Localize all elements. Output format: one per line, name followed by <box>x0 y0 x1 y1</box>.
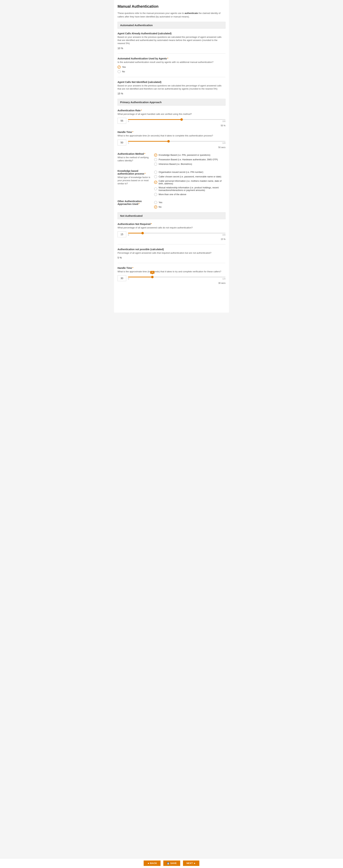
auto-auth-used-desc: Is the automated authentication result u… <box>117 61 226 64</box>
section-automated: Automated Authentication <box>117 22 226 29</box>
auth-not-possible-block: Authentication not possible (calculated)… <box>117 248 226 259</box>
page-title: Manual Authentication <box>117 4 226 9</box>
not-auth-handle-time-value-box: 30 <box>117 275 126 281</box>
auth-rate-track <box>128 119 226 120</box>
handle-time-track-container[interactable]: 0 120 <box>128 139 226 146</box>
not-auth-handle-time-slider-container: 30 30 0 120 <box>117 275 226 282</box>
auth-not-required-unit: 15 % <box>117 238 226 241</box>
auth-method-label: Authentication Method* <box>117 152 150 155</box>
auth-not-possible-desc: Percentage of all agent answered calls t… <box>117 251 226 254</box>
auth-not-required-slider-container: 15 0 100 <box>117 231 226 238</box>
auth-not-required-thumb[interactable] <box>141 232 144 234</box>
auth-method-knowledge[interactable]: Knowledge Based (i.e. PIN, password or q… <box>154 154 226 157</box>
agent-calls-already-label: Agent Calls Already Authenticated (calcu… <box>117 32 226 35</box>
kp-caller-chosen-radio[interactable] <box>154 175 157 178</box>
knowledge-process-left: Knowledge based authentication process* … <box>117 169 150 196</box>
not-auth-handle-time-label: Handle Time* <box>117 267 226 269</box>
auto-auth-used-block: Automated Authentication Used by Agents*… <box>117 57 226 73</box>
auth-method-inherence-radio[interactable] <box>154 162 157 166</box>
auth-not-required-fill <box>128 233 143 234</box>
auth-not-required-value-box: 15 <box>117 231 126 237</box>
not-auth-handle-time-thumb[interactable]: 30 <box>151 276 153 278</box>
kp-more-than-one[interactable]: More than one of the above <box>154 193 226 196</box>
kp-org-issued[interactable]: Organisation issued secret (i.e. PIN num… <box>154 170 226 174</box>
auto-auth-no-option[interactable]: No <box>117 70 226 73</box>
other-approaches-row: Other Authentication Approaches Used* Ye… <box>117 200 226 209</box>
other-approaches-no[interactable]: No <box>154 206 226 209</box>
handle-time-slider-container: 50 0 120 <box>117 139 226 146</box>
agent-calls-not-identified-block: Agent Calls Not Identified (calculated) … <box>117 81 226 95</box>
knowledge-process-label: Knowledge based authentication process* <box>117 169 150 175</box>
other-approaches-right: Yes No <box>154 200 226 209</box>
agent-calls-not-identified-desc: Based on your answers to the previous qu… <box>117 84 226 90</box>
handle-time-unit: 50 secs <box>117 146 226 149</box>
kp-more-than-one-label: More than one of the above <box>159 193 186 196</box>
kp-mutual-relationship[interactable]: Mutual relationship information (i.e. pr… <box>154 186 226 191</box>
auth-rate-value-box: 55 <box>117 118 126 124</box>
auth-method-possession[interactable]: Possession Based (i.e. Hardware authenti… <box>154 158 226 161</box>
not-auth-handle-time-block: Handle Time* What is the approximate tim… <box>117 267 226 284</box>
auth-not-required-desc: What percentage of all agent answered ca… <box>117 226 226 229</box>
auth-not-required-block: Authentication Not Required* What percen… <box>117 223 226 241</box>
not-auth-handle-time-track-container[interactable]: 30 0 120 <box>128 275 226 282</box>
handle-time-fill <box>128 141 169 142</box>
auth-method-knowledge-radio[interactable] <box>154 154 157 157</box>
handle-time-track <box>128 141 226 142</box>
other-approaches-yes-radio[interactable] <box>154 201 157 204</box>
kp-more-than-one-radio[interactable] <box>154 193 157 196</box>
auto-auth-used-label: Automated Authentication Used by Agents* <box>117 57 226 60</box>
auth-not-possible-value: 5 % <box>117 256 226 259</box>
auth-method-desc: What is the method of verifying callers … <box>117 156 150 162</box>
auth-method-options: Knowledge Based (i.e. PIN, password or q… <box>154 154 226 166</box>
auth-method-knowledge-label: Knowledge Based (i.e. PIN, password or q… <box>159 154 210 156</box>
auth-rate-required: * <box>141 109 142 112</box>
kp-caller-personal-label: Caller personal Information (i.e. mother… <box>159 180 226 185</box>
section-not-authenticated: Not Authenticated <box>117 212 226 219</box>
auto-auth-yes-option[interactable]: Yes <box>117 65 226 69</box>
kp-org-issued-label: Organisation issued secret (i.e. PIN num… <box>159 171 203 173</box>
agent-calls-already-desc: Based on your answers to the previous qu… <box>117 35 226 45</box>
auth-not-required-track <box>128 233 226 234</box>
agent-calls-already-block: Agent Calls Already Authenticated (calcu… <box>117 32 226 50</box>
handle-time-labels: 0 120 <box>128 142 226 144</box>
auth-rate-label: Authentication Rate* <box>117 109 226 112</box>
kp-caller-chosen[interactable]: Caller chosen secret (i.e. password, mem… <box>154 175 226 178</box>
knowledge-process-desc: What type of knowledge factor is your pr… <box>117 176 150 185</box>
auth-method-left: Authentication Method* What is the metho… <box>117 152 150 166</box>
auto-auth-no-radio[interactable] <box>117 70 121 73</box>
not-auth-handle-time-desc: What is the approximate time (in seconds… <box>117 270 226 273</box>
auto-auth-yes-radio[interactable] <box>117 65 121 69</box>
handle-time-required: * <box>132 131 133 133</box>
other-approaches-yes-label: Yes <box>159 201 162 204</box>
handle-time-thumb[interactable] <box>167 140 170 143</box>
other-approaches-yes[interactable]: Yes <box>154 201 226 204</box>
auth-not-possible-label: Authentication not possible (calculated) <box>117 248 226 251</box>
auth-method-possession-radio[interactable] <box>154 158 157 161</box>
auth-not-required-label: Authentication Not Required* <box>117 223 226 225</box>
knowledge-process-options: Organisation issued secret (i.e. PIN num… <box>154 170 226 196</box>
auth-method-inherence[interactable]: Inherence Based (i.e. Biometrics) <box>154 162 226 166</box>
auth-method-possession-label: Possession Based (i.e. Hardware authenti… <box>159 158 218 161</box>
kp-mutual-radio[interactable] <box>154 187 157 190</box>
kp-caller-personal-radio[interactable] <box>154 181 157 184</box>
kp-org-issued-radio[interactable] <box>154 170 157 174</box>
agent-calls-not-identified-value: 15 % <box>117 92 226 95</box>
other-approaches-no-radio[interactable] <box>154 206 157 209</box>
auto-auth-no-label: No <box>122 70 125 73</box>
auth-rate-thumb[interactable] <box>180 118 183 121</box>
kp-caller-personal[interactable]: Caller personal Information (i.e. mother… <box>154 180 226 185</box>
other-approaches-label: Other Authentication Approaches Used* <box>117 200 150 206</box>
auth-rate-track-container[interactable]: 0 100 <box>128 117 226 124</box>
not-auth-handle-time-labels: 0 120 <box>128 278 226 280</box>
auth-method-right: Knowledge Based (i.e. PIN, password or q… <box>154 152 226 166</box>
auth-rate-slider-container: 55 0 100 <box>117 117 226 124</box>
auth-method-inherence-label: Inherence Based (i.e. Biometrics) <box>159 163 192 165</box>
auto-auth-yes-label: Yes <box>122 66 126 68</box>
not-auth-handle-time-unit: 30 secs <box>117 282 226 284</box>
handle-time-value-box: 50 <box>117 140 126 146</box>
handle-time-label: Handle Time* <box>117 131 226 133</box>
handle-time-block: Handle Time* What is the approximate tim… <box>117 131 226 149</box>
other-approaches-no-label: No <box>159 206 162 208</box>
handle-time-desc: What is the approximate time (in seconds… <box>117 134 226 137</box>
auth-not-required-track-container[interactable]: 0 100 <box>128 231 226 238</box>
